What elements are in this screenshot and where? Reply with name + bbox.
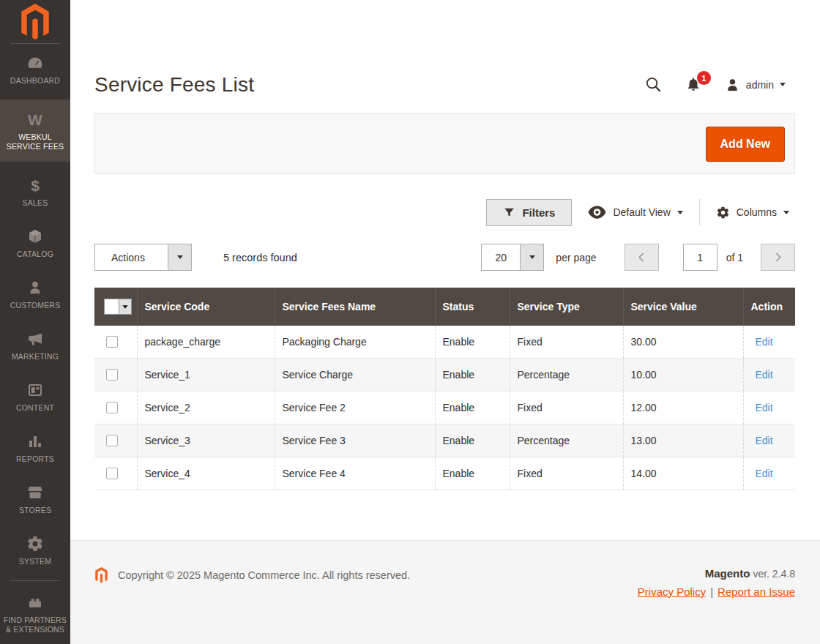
add-new-button[interactable]: Add New bbox=[706, 127, 785, 162]
grid-toolbar: Filters Default View Columns bbox=[94, 198, 795, 226]
row-checkbox[interactable] bbox=[106, 468, 118, 479]
sidebar-item-label: STORES bbox=[19, 506, 51, 515]
caret-down-icon bbox=[780, 83, 786, 86]
privacy-policy-link[interactable]: Privacy Policy bbox=[638, 585, 706, 598]
sidebar-item-label: FIND PARTNERS & EXTENSIONS bbox=[2, 615, 68, 634]
sidebar-item-label: CONTENT bbox=[16, 403, 54, 413]
cell-service-type: Percentage bbox=[510, 359, 623, 392]
records-count: 5 records found bbox=[223, 252, 297, 263]
select-all-checkbox[interactable] bbox=[105, 299, 119, 314]
page-title: Service Fees List bbox=[94, 73, 254, 97]
sidebar-item-reports[interactable]: REPORTS bbox=[0, 424, 70, 471]
chevron-right-icon bbox=[773, 252, 783, 262]
cell-status: Enable bbox=[435, 457, 510, 490]
sidebar-item-label: SYSTEM bbox=[19, 557, 51, 566]
next-page-button[interactable] bbox=[761, 244, 795, 271]
actions-select[interactable]: Actions bbox=[94, 244, 192, 271]
row-checkbox[interactable] bbox=[106, 435, 118, 446]
edit-link[interactable]: Edit bbox=[756, 369, 773, 381]
admin-menu[interactable]: admin bbox=[725, 77, 786, 93]
copyright-text: Copyright © 2025 Magento Commerce Inc. A… bbox=[118, 569, 410, 581]
layout-icon bbox=[26, 381, 44, 400]
column-header-service-type[interactable]: Service Type bbox=[510, 288, 623, 326]
filters-label: Filters bbox=[522, 206, 555, 219]
sidebar-item-system[interactable]: SYSTEM bbox=[0, 527, 70, 574]
table-row: Service_4 Service Fee 4 Enable Fixed 14.… bbox=[94, 457, 795, 490]
notifications-button[interactable]: 1 bbox=[685, 76, 701, 93]
search-button[interactable] bbox=[645, 76, 662, 93]
table-row: Service_3 Service Fee 3 Enable Percentag… bbox=[94, 424, 795, 457]
actions-caret[interactable] bbox=[168, 244, 191, 270]
gear-icon bbox=[26, 534, 44, 553]
sidebar-item-label: DASHBOARD bbox=[10, 76, 60, 86]
cell-status: Enable bbox=[435, 359, 510, 392]
sidebar-item-customers[interactable]: CUSTOMERS bbox=[0, 271, 70, 318]
box-icon bbox=[26, 227, 44, 246]
sidebar-item-sales[interactable]: $ SALES bbox=[0, 168, 70, 215]
edit-link[interactable]: Edit bbox=[756, 336, 773, 348]
sidebar-item-stores[interactable]: STORES bbox=[0, 476, 70, 523]
column-header-select bbox=[94, 288, 137, 326]
select-all-control[interactable] bbox=[104, 299, 132, 315]
prev-page-button[interactable] bbox=[625, 244, 659, 271]
per-page-label: per page bbox=[556, 252, 596, 263]
page-actions-panel: Add New bbox=[94, 113, 795, 174]
sidebar-item-label: CATALOG bbox=[17, 250, 53, 259]
magento-logo[interactable] bbox=[0, 0, 70, 43]
edit-link[interactable]: Edit bbox=[756, 435, 773, 446]
legal-links: Privacy Policy|Report an Issue bbox=[638, 585, 795, 598]
per-page-value[interactable]: 20 bbox=[482, 244, 520, 270]
caret-down-icon bbox=[122, 305, 127, 309]
magento-logo-icon bbox=[19, 4, 51, 40]
columns-control[interactable]: Columns bbox=[716, 206, 789, 220]
dollar-icon: $ bbox=[31, 176, 40, 195]
cell-service-type: Percentage bbox=[510, 424, 623, 457]
view-switcher[interactable]: Default View bbox=[588, 206, 682, 219]
sidebar-item-dashboard[interactable]: DASHBOARD bbox=[0, 46, 70, 93]
gauge-icon bbox=[26, 53, 44, 72]
storefront-icon bbox=[26, 483, 44, 502]
cell-service-type: Fixed bbox=[510, 392, 623, 424]
report-issue-link[interactable]: Report an Issue bbox=[718, 585, 795, 598]
filters-button[interactable]: Filters bbox=[486, 199, 572, 226]
cell-service-value: 14.00 bbox=[623, 457, 743, 490]
footer-left: Copyright © 2025 Magento Commerce Inc. A… bbox=[94, 567, 410, 583]
column-header-service-value[interactable]: Service Value bbox=[623, 288, 743, 326]
edit-link[interactable]: Edit bbox=[756, 468, 773, 479]
sidebar-item-find-partners[interactable]: FIND PARTNERS & EXTENSIONS bbox=[0, 585, 70, 642]
notification-badge: 1 bbox=[697, 71, 711, 85]
sidebar-item-label: REPORTS bbox=[16, 454, 54, 464]
actions-label[interactable]: Actions bbox=[95, 244, 168, 270]
column-header-service-code[interactable]: Service Code bbox=[137, 288, 275, 326]
per-page-caret[interactable] bbox=[520, 244, 543, 270]
sidebar-item-catalog[interactable]: CATALOG bbox=[0, 220, 70, 266]
select-all-caret[interactable] bbox=[119, 299, 131, 314]
cell-service-value: 10.00 bbox=[623, 359, 743, 392]
pager: of 1 bbox=[625, 244, 795, 271]
row-checkbox[interactable] bbox=[106, 402, 118, 413]
filter-icon bbox=[503, 206, 515, 219]
table-row: package_charge Packaging Charge Enable F… bbox=[94, 326, 795, 359]
page-input[interactable] bbox=[683, 244, 718, 271]
cell-service-value: 30.00 bbox=[623, 326, 743, 359]
cell-service-value: 12.00 bbox=[623, 392, 743, 424]
service-fees-table: Service Code Service Fees Name Status Se… bbox=[94, 288, 795, 490]
extension-icon bbox=[26, 593, 44, 612]
gear-icon bbox=[716, 206, 730, 220]
column-header-service-fees-name[interactable]: Service Fees Name bbox=[275, 288, 435, 326]
cell-service-code: package_charge bbox=[137, 326, 275, 359]
toolbar-divider bbox=[699, 199, 700, 225]
column-header-action[interactable]: Action bbox=[743, 288, 795, 326]
sidebar-item-content[interactable]: CONTENT bbox=[0, 373, 70, 420]
row-checkbox[interactable] bbox=[106, 369, 118, 381]
edit-link[interactable]: Edit bbox=[756, 402, 773, 413]
column-header-status[interactable]: Status bbox=[435, 288, 510, 326]
sidebar-item-label: CUSTOMERS bbox=[10, 301, 61, 310]
total-pages-label: of 1 bbox=[726, 252, 743, 263]
sidebar-item-label: MARKETING bbox=[12, 352, 59, 362]
sidebar-item-webkul-service-fees[interactable]: W WEBKUL SERVICE FEES bbox=[0, 100, 70, 162]
per-page-select[interactable]: 20 bbox=[481, 244, 544, 271]
user-icon bbox=[725, 77, 740, 93]
row-checkbox[interactable] bbox=[106, 336, 118, 348]
sidebar-item-marketing[interactable]: MARKETING bbox=[0, 322, 70, 369]
